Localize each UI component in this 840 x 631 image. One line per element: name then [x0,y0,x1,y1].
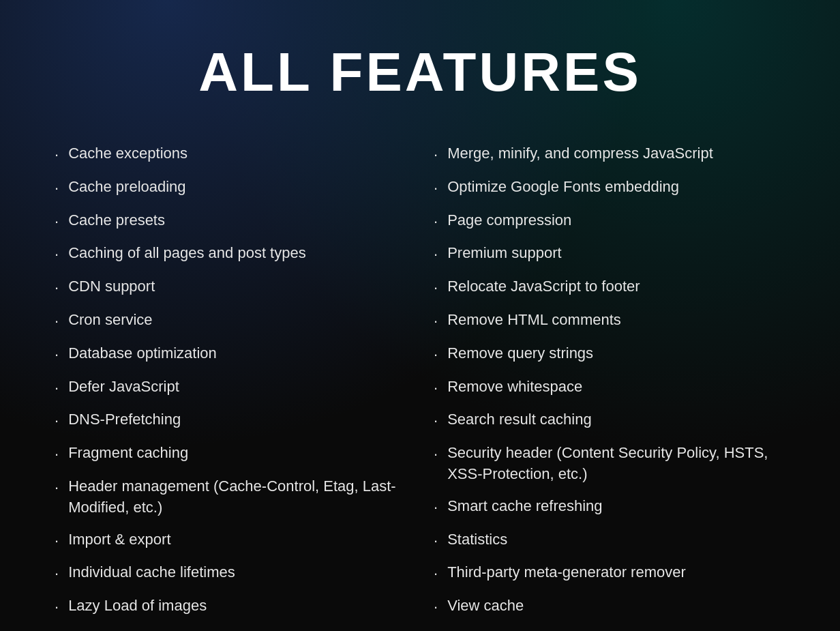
feature-text: View cache [447,596,524,617]
list-item: ·Import & export [55,524,406,557]
list-item: ·WordPress head cleaner (emojis, feeds, … [434,623,785,631]
list-item: ·Lazy Load of images [55,590,406,623]
feature-text: Merge, minify, and compress JavaScript [447,143,713,164]
list-item: ·Merge, minify, and compress JavaScript [434,138,785,171]
list-item: ·Header management (Cache-Control, Etag,… [55,471,406,524]
bullet-icon: · [434,378,438,399]
list-item: ·Merge, minify, and compress CSS [55,623,406,631]
feature-text: Fragment caching [68,443,188,464]
right-column: ·Merge, minify, and compress JavaScript·… [434,138,785,631]
feature-text: Optimize Google Fonts embedding [447,177,679,198]
feature-text: Search result caching [447,409,592,430]
list-item: ·Remove whitespace [434,371,785,405]
feature-text: Caching of all pages and post types [68,243,306,264]
feature-text: Cache presets [68,210,165,231]
feature-text: Remove whitespace [447,377,582,398]
bullet-icon: · [434,531,438,552]
list-item: ·Cache exceptions [55,138,406,171]
feature-text: Header management (Cache-Control, Etag, … [68,476,406,518]
feature-text: Third-party meta-generator remover [447,562,686,583]
list-item: ·Remove HTML comments [434,304,785,338]
bullet-icon: · [55,211,59,233]
bullet-icon: · [55,145,59,166]
bullet-icon: · [55,344,59,366]
bullet-icon: · [55,597,59,618]
feature-text: Remove query strings [447,343,593,364]
list-item: ·Premium support [434,237,785,271]
list-item: ·CDN support [55,271,406,304]
bullet-icon: · [55,478,59,499]
bullet-icon: · [55,278,59,299]
list-item: ·Fragment caching [55,437,406,471]
list-item: ·Cache preloading [55,171,406,205]
feature-text: Lazy Load of images [68,596,207,617]
list-item: ·Security header (Content Security Polic… [434,437,785,490]
bullet-icon: · [434,278,438,299]
list-item: ·Optimize Google Fonts embedding [434,171,785,205]
list-item: ·Cron service [55,304,406,338]
bullet-icon: · [434,597,438,618]
list-item: ·Relocate JavaScript to footer [434,271,785,304]
list-item: ·Individual cache lifetimes [55,557,406,590]
bullet-icon: · [434,311,438,332]
left-column: ·Cache exceptions·Cache preloading·Cache… [55,138,406,631]
feature-text: Premium support [447,243,562,264]
feature-text: Defer JavaScript [68,377,179,398]
page-container: ALL FEATURES ·Cache exceptions·Cache pre… [0,0,840,631]
feature-text: Cache preloading [68,177,185,198]
bullet-icon: · [434,344,438,366]
bullet-icon: · [55,178,59,199]
feature-text: Remove HTML comments [447,310,621,331]
feature-text: Statistics [447,529,507,551]
list-item: ·Statistics [434,524,785,557]
feature-text: CDN support [68,276,155,297]
feature-text: Individual cache lifetimes [68,562,235,583]
list-item: ·Caching of all pages and post types [55,237,406,271]
bullet-icon: · [434,444,438,465]
bullet-icon: · [55,244,59,265]
bullet-icon: · [55,378,59,399]
list-item: ·Remove query strings [434,338,785,371]
bullet-icon: · [434,411,438,432]
feature-text: Security header (Content Security Policy… [447,443,785,485]
bullet-icon: · [434,178,438,199]
bullet-icon: · [55,311,59,332]
bullet-icon: · [55,444,59,465]
list-item: ·Third-party meta-generator remover [434,557,785,590]
features-container: ·Cache exceptions·Cache preloading·Cache… [55,138,785,631]
page-title: ALL FEATURES [198,41,641,104]
feature-text: Smart cache refreshing [447,496,602,517]
feature-text: Database optimization [68,343,217,364]
list-item: ·DNS-Prefetching [55,404,406,437]
bullet-icon: · [55,563,59,585]
bullet-icon: · [55,531,59,552]
bullet-icon: · [434,563,438,585]
bullet-icon: · [434,244,438,265]
list-item: ·Database optimization [55,338,406,371]
bullet-icon: · [55,411,59,432]
feature-text: Page compression [447,210,571,231]
feature-text: Import & export [68,529,170,551]
list-item: ·Cache presets [55,205,406,238]
bullet-icon: · [434,145,438,166]
bullet-icon: · [434,497,438,518]
list-item: ·Defer JavaScript [55,371,406,405]
feature-text: Cron service [68,310,152,331]
feature-text: DNS-Prefetching [68,409,181,430]
list-item: ·Smart cache refreshing [434,490,785,524]
list-item: ·Page compression [434,205,785,238]
feature-text: Relocate JavaScript to footer [447,276,640,297]
bullet-icon: · [434,211,438,233]
list-item: ·Search result caching [434,404,785,437]
list-item: ·View cache [434,590,785,623]
feature-text: Cache exceptions [68,143,188,164]
